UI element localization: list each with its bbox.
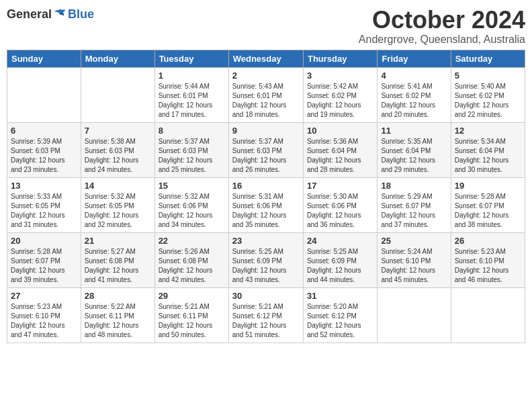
calendar-cell [81,67,154,122]
day-info: Sunrise: 5:23 AM Sunset: 6:10 PM Dayligh… [11,302,77,340]
day-info: Sunrise: 5:25 AM Sunset: 6:09 PM Dayligh… [232,247,300,285]
calendar-cell [451,287,525,342]
calendar-cell: 13Sunrise: 5:33 AM Sunset: 6:05 PM Dayli… [7,177,81,232]
calendar-cell: 27Sunrise: 5:23 AM Sunset: 6:10 PM Dayli… [7,287,81,342]
month-title: October 2024 [359,7,525,34]
day-number: 14 [85,181,151,191]
logo-general-text: General [7,7,52,21]
day-info: Sunrise: 5:27 AM Sunset: 6:08 PM Dayligh… [85,247,151,285]
day-number: 25 [381,236,447,246]
calendar-cell: 18Sunrise: 5:29 AM Sunset: 6:07 PM Dayli… [378,177,451,232]
calendar-table: SundayMondayTuesdayWednesdayThursdayFrid… [7,50,525,343]
calendar-cell [378,287,451,342]
calendar-cell: 25Sunrise: 5:24 AM Sunset: 6:10 PM Dayli… [378,232,451,287]
calendar-week-row: 6Sunrise: 5:39 AM Sunset: 6:03 PM Daylig… [7,122,525,177]
location: Andergrove, Queensland, Australia [359,34,525,46]
day-info: Sunrise: 5:36 AM Sunset: 6:04 PM Dayligh… [307,137,373,175]
day-number: 30 [232,291,300,301]
day-number: 17 [307,181,373,191]
day-info: Sunrise: 5:24 AM Sunset: 6:10 PM Dayligh… [381,247,447,285]
calendar-week-row: 13Sunrise: 5:33 AM Sunset: 6:05 PM Dayli… [7,177,525,232]
day-info: Sunrise: 5:34 AM Sunset: 6:04 PM Dayligh… [455,137,521,175]
calendar-cell: 10Sunrise: 5:36 AM Sunset: 6:04 PM Dayli… [303,122,377,177]
calendar-cell: 8Sunrise: 5:37 AM Sunset: 6:03 PM Daylig… [154,122,228,177]
day-number: 4 [381,71,447,81]
day-info: Sunrise: 5:33 AM Sunset: 6:05 PM Dayligh… [11,192,77,230]
day-info: Sunrise: 5:37 AM Sunset: 6:03 PM Dayligh… [232,137,300,175]
calendar-header-friday: Friday [378,50,451,67]
title-section: October 2024 Andergrove, Queensland, Aus… [359,7,525,46]
day-number: 6 [11,126,77,136]
day-info: Sunrise: 5:25 AM Sunset: 6:09 PM Dayligh… [307,247,373,285]
day-info: Sunrise: 5:37 AM Sunset: 6:03 PM Dayligh… [159,137,225,175]
day-info: Sunrise: 5:28 AM Sunset: 6:07 PM Dayligh… [455,192,521,230]
day-info: Sunrise: 5:26 AM Sunset: 6:08 PM Dayligh… [159,247,225,285]
calendar-cell: 3Sunrise: 5:42 AM Sunset: 6:02 PM Daylig… [303,67,377,122]
logo-blue-text: Blue [68,7,94,21]
calendar-cell: 20Sunrise: 5:28 AM Sunset: 6:07 PM Dayli… [7,232,81,287]
day-number: 8 [159,126,225,136]
day-info: Sunrise: 5:32 AM Sunset: 6:05 PM Dayligh… [85,192,151,230]
calendar-cell: 5Sunrise: 5:40 AM Sunset: 6:02 PM Daylig… [451,67,525,122]
day-number: 28 [85,291,151,301]
calendar-cell [7,67,81,122]
day-number: 15 [159,181,225,191]
day-info: Sunrise: 5:21 AM Sunset: 6:12 PM Dayligh… [232,302,300,340]
day-number: 18 [381,181,447,191]
calendar-week-row: 20Sunrise: 5:28 AM Sunset: 6:07 PM Dayli… [7,232,525,287]
day-number: 7 [85,126,151,136]
day-number: 29 [159,291,225,301]
day-number: 19 [455,181,521,191]
day-number: 10 [307,126,373,136]
calendar-cell: 23Sunrise: 5:25 AM Sunset: 6:09 PM Dayli… [228,232,303,287]
day-number: 12 [455,126,521,136]
day-number: 9 [232,126,300,136]
calendar-cell: 11Sunrise: 5:35 AM Sunset: 6:04 PM Dayli… [378,122,451,177]
calendar-cell: 16Sunrise: 5:31 AM Sunset: 6:06 PM Dayli… [228,177,303,232]
day-number: 23 [232,236,300,246]
calendar-cell: 21Sunrise: 5:27 AM Sunset: 6:08 PM Dayli… [81,232,154,287]
day-number: 21 [85,236,151,246]
calendar-cell: 9Sunrise: 5:37 AM Sunset: 6:03 PM Daylig… [228,122,303,177]
day-number: 13 [11,181,77,191]
calendar-header-monday: Monday [81,50,154,67]
day-info: Sunrise: 5:41 AM Sunset: 6:02 PM Dayligh… [381,82,447,120]
calendar-header-row: SundayMondayTuesdayWednesdayThursdayFrid… [7,50,525,67]
day-info: Sunrise: 5:22 AM Sunset: 6:11 PM Dayligh… [85,302,151,340]
day-info: Sunrise: 5:35 AM Sunset: 6:04 PM Dayligh… [381,137,447,175]
calendar-cell: 29Sunrise: 5:21 AM Sunset: 6:11 PM Dayli… [154,287,228,342]
calendar-cell: 24Sunrise: 5:25 AM Sunset: 6:09 PM Dayli… [303,232,377,287]
calendar-cell: 15Sunrise: 5:32 AM Sunset: 6:06 PM Dayli… [154,177,228,232]
day-number: 3 [307,71,373,81]
calendar-cell: 4Sunrise: 5:41 AM Sunset: 6:02 PM Daylig… [378,67,451,122]
calendar-cell: 26Sunrise: 5:23 AM Sunset: 6:10 PM Dayli… [451,232,525,287]
day-info: Sunrise: 5:30 AM Sunset: 6:06 PM Dayligh… [307,192,373,230]
day-info: Sunrise: 5:32 AM Sunset: 6:06 PM Dayligh… [159,192,225,230]
day-info: Sunrise: 5:29 AM Sunset: 6:07 PM Dayligh… [381,192,447,230]
day-number: 22 [159,236,225,246]
page-header: General Blue October 2024 Andergrove, Qu… [7,7,525,46]
calendar-week-row: 1Sunrise: 5:44 AM Sunset: 6:01 PM Daylig… [7,67,525,122]
day-info: Sunrise: 5:39 AM Sunset: 6:03 PM Dayligh… [11,137,77,175]
calendar-cell: 2Sunrise: 5:43 AM Sunset: 6:01 PM Daylig… [228,67,303,122]
day-number: 11 [381,126,447,136]
day-info: Sunrise: 5:21 AM Sunset: 6:11 PM Dayligh… [159,302,225,340]
calendar-header-sunday: Sunday [7,50,81,67]
day-info: Sunrise: 5:31 AM Sunset: 6:06 PM Dayligh… [232,192,300,230]
day-number: 5 [455,71,521,81]
calendar-cell: 28Sunrise: 5:22 AM Sunset: 6:11 PM Dayli… [81,287,154,342]
day-info: Sunrise: 5:28 AM Sunset: 6:07 PM Dayligh… [11,247,77,285]
calendar-week-row: 27Sunrise: 5:23 AM Sunset: 6:10 PM Dayli… [7,287,525,342]
day-info: Sunrise: 5:43 AM Sunset: 6:01 PM Dayligh… [232,82,300,120]
calendar-cell: 7Sunrise: 5:38 AM Sunset: 6:03 PM Daylig… [81,122,154,177]
day-info: Sunrise: 5:44 AM Sunset: 6:01 PM Dayligh… [159,82,225,120]
calendar-cell: 12Sunrise: 5:34 AM Sunset: 6:04 PM Dayli… [451,122,525,177]
calendar-cell: 19Sunrise: 5:28 AM Sunset: 6:07 PM Dayli… [451,177,525,232]
day-info: Sunrise: 5:42 AM Sunset: 6:02 PM Dayligh… [307,82,373,120]
day-number: 27 [11,291,77,301]
day-number: 31 [307,291,373,301]
calendar-cell: 31Sunrise: 5:20 AM Sunset: 6:12 PM Dayli… [303,287,377,342]
day-number: 2 [232,71,300,81]
day-number: 24 [307,236,373,246]
logo-bird-icon [53,7,68,21]
